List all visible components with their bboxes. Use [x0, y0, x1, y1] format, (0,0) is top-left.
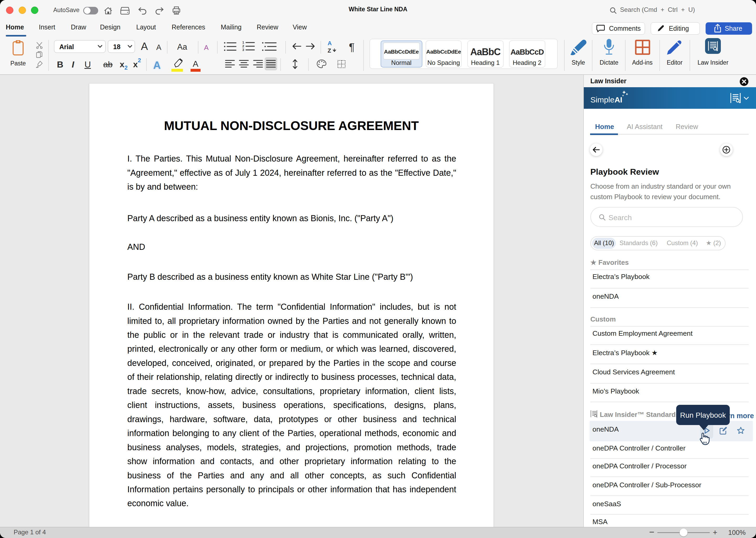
svg-text:1: 1	[242, 40, 244, 44]
svg-text:A: A	[328, 40, 332, 46]
svg-text:3: 3	[242, 48, 244, 52]
svg-text:Z: Z	[328, 47, 331, 54]
svg-text:2: 2	[242, 44, 244, 48]
